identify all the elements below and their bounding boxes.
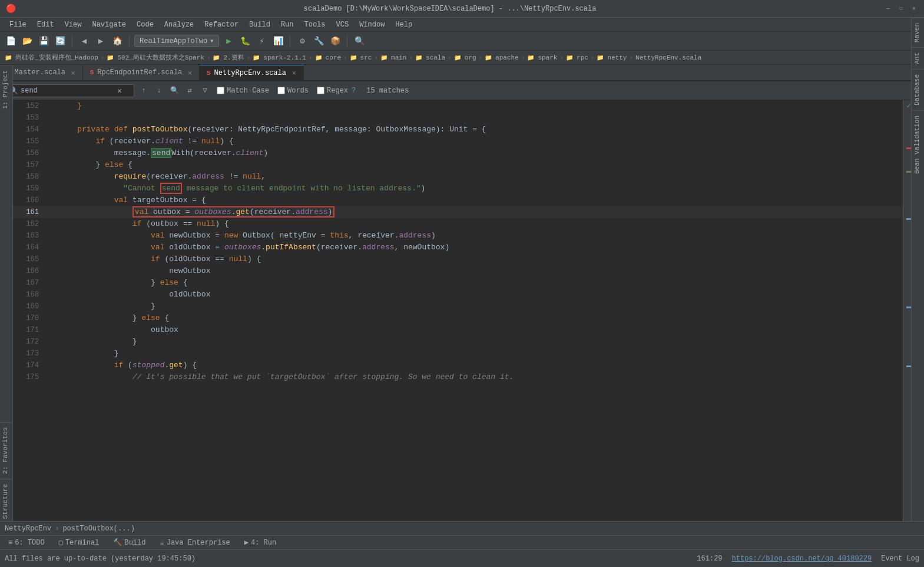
line-content-164[interactable]: val oldOutbox = outboxes.putIfAbsent(rec… [57,242,903,253]
menu-view[interactable]: View [60,19,87,30]
bp-175[interactable] [44,371,57,383]
menu-build[interactable]: Build [244,19,275,30]
tab-nettyrpcenv[interactable]: S NettyRpcEnv.scala ✕ [200,65,304,80]
tab-rpcendpointref[interactable]: S RpcEndpointRef.scala ✕ [83,65,200,80]
menu-analyze[interactable]: Analyze [160,19,198,30]
breadcrumb-ziliao[interactable]: 2.资料 [213,53,244,62]
line-content-154[interactable]: private def postToOutbox(receiver: Netty… [57,124,903,136]
line-content-167[interactable]: } else { [57,277,903,289]
open-button[interactable]: 📂 [20,34,34,48]
bp-157[interactable] [44,159,57,171]
home-button[interactable]: 🏠 [110,34,124,48]
bp-160[interactable] [44,195,57,206]
menu-help[interactable]: Help [390,19,417,30]
run-with-coverage-button[interactable]: ⚡ [254,34,269,48]
sdk-button2[interactable]: 📦 [328,34,342,48]
menu-navigate[interactable]: Navigate [87,19,131,30]
minimize-button[interactable]: — [884,5,892,13]
bp-167[interactable] [44,277,57,289]
line-content-159[interactable]: "Cannot send message to client endpoint … [57,183,903,195]
breadcrumb-main[interactable]: main [380,54,406,61]
search-clear[interactable]: ✕ [117,86,122,95]
back-button[interactable]: ◀ [77,34,91,48]
bottom-tab-todo[interactable]: ≡ 6: TODO [5,536,48,549]
breadcrumb-apache[interactable]: apache [485,54,519,61]
line-content-173[interactable]: } [57,348,903,360]
match-case-option[interactable]: Match Case [214,87,271,95]
profile-button[interactable]: 📊 [271,34,285,48]
bp-152[interactable] [44,100,57,112]
bp-163[interactable] [44,230,57,242]
vtab-database[interactable]: Database [912,69,924,110]
search-prev-button[interactable]: ↑ [138,85,150,97]
sync-button[interactable]: 🔄 [53,34,67,48]
search-find-button[interactable]: 🔍 [168,85,180,97]
words-option[interactable]: Words [275,87,311,95]
bottom-tab-java-enterprise[interactable]: ☕ Java Enterprise [156,536,233,549]
event-log-button[interactable]: Event Log [881,555,919,563]
sdk-button[interactable]: 🔧 [312,34,326,48]
maximize-button[interactable]: ☐ [897,5,905,13]
breadcrumb-status-method[interactable]: postToOutbox(...) [62,525,134,533]
vtab-ant[interactable]: Ant [912,47,924,69]
line-content-152[interactable]: } [57,100,903,112]
save-button[interactable]: 💾 [37,34,51,48]
bp-173[interactable] [44,348,57,360]
line-content-165[interactable]: if (oldOutbox == null) { [57,253,903,265]
vtab-maven[interactable]: Maven [912,18,924,47]
line-content-158[interactable]: require(receiver.address != null, [57,171,903,183]
menu-run[interactable]: Run [276,19,299,30]
bp-162[interactable] [44,218,57,230]
menu-file[interactable]: File [5,19,31,30]
line-content-162[interactable]: if (outbox == null) { [57,218,903,230]
line-content-171[interactable]: outbox [57,324,903,336]
run-config-selector[interactable]: RealTimeAppToTwo ▾ [134,35,219,47]
run-button[interactable]: ▶ [221,34,236,48]
breadcrumb-spark2[interactable]: spark [527,54,557,61]
bp-165[interactable] [44,253,57,265]
bp-156[interactable] [44,147,57,159]
regex-checkbox[interactable] [317,87,324,94]
new-file-button[interactable]: 📄 [4,34,18,48]
bp-166[interactable] [44,265,57,277]
bottom-tab-run[interactable]: ▶ 4: Run [241,536,280,549]
words-checkbox[interactable] [277,87,285,94]
line-content-163[interactable]: val newOutbox = new Outbox( nettyEnv = t… [57,230,903,242]
menu-refactor[interactable]: Refactor [200,19,243,30]
breadcrumb-org[interactable]: org [454,54,476,61]
bp-174[interactable] [44,360,57,371]
tab-close-netty[interactable]: ✕ [292,69,296,77]
bp-154[interactable] [44,124,57,136]
line-content-153[interactable] [57,112,903,124]
tab-close-rpc[interactable]: ✕ [188,69,192,77]
bp-153[interactable] [44,112,57,124]
bp-159[interactable] [44,183,57,195]
line-content-175[interactable]: // It's possible that we put `targetOutb… [57,371,903,383]
bottom-tab-terminal[interactable]: ▢ Terminal [55,536,103,549]
regex-option[interactable]: Regex ? [314,87,358,95]
vtab-bean-validation[interactable]: Bean Validation [912,110,924,179]
close-button[interactable]: ✕ [910,5,918,13]
breadcrumb-core[interactable]: core [315,54,341,61]
bp-161[interactable] [44,206,57,218]
bp-170[interactable] [44,312,57,324]
debug-button[interactable]: 🐛 [238,34,252,48]
menu-vcs[interactable]: VCS [332,19,354,30]
search-input[interactable] [21,87,115,95]
breadcrumb-spark[interactable]: 502_尚硅大数据技术之Spark [107,53,204,62]
line-content-172[interactable]: } [57,336,903,348]
scrollbar[interactable]: ✓ [903,100,911,535]
line-content-168[interactable]: oldOutbox [57,289,903,301]
bp-168[interactable] [44,289,57,301]
bp-172[interactable] [44,336,57,348]
line-content-169[interactable]: } [57,301,903,312]
status-url[interactable]: https://blog.csdn.net/qq_40180229 [732,555,872,563]
vtab-project[interactable]: 1: Project [0,65,12,114]
line-content-161[interactable]: val outbox = outboxes.get(receiver.addre… [57,206,903,218]
bp-158[interactable] [44,171,57,183]
line-content-160[interactable]: val targetOutbox = { [57,195,903,206]
menu-code[interactable]: Code [132,19,158,30]
forward-button[interactable]: ▶ [94,34,108,48]
breadcrumb-rpc[interactable]: rpc [566,54,588,61]
menu-tools[interactable]: Tools [300,19,330,30]
